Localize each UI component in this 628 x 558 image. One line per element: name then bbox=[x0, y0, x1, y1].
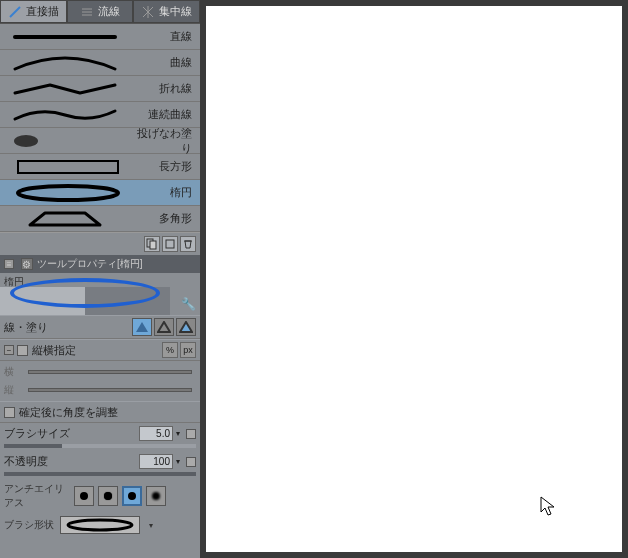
tool-preview-icon bbox=[0, 206, 130, 231]
opacity-slider[interactable] bbox=[4, 472, 196, 476]
pencil-line-icon bbox=[8, 5, 22, 19]
px-icon[interactable]: px bbox=[180, 342, 196, 358]
subtool-list: 直線 曲線 折れ線 連続曲線 投げなわ塗り 長方形 楕円 多角形 bbox=[0, 24, 200, 232]
tool-preview-icon bbox=[0, 180, 130, 205]
canvas[interactable] bbox=[206, 6, 622, 552]
tool-label: 楕円 bbox=[130, 185, 200, 200]
canvas-area bbox=[200, 0, 628, 558]
svg-line-0 bbox=[10, 7, 20, 17]
tool-preview-icon bbox=[0, 76, 130, 101]
line-fill-row: 線・塗り bbox=[0, 315, 200, 339]
angle-checkbox[interactable] bbox=[4, 407, 15, 418]
mode-both-icon[interactable] bbox=[176, 318, 196, 336]
tool-preview-icon bbox=[0, 50, 130, 75]
brush-shape-row: ブラシ形状 ▾ bbox=[0, 513, 200, 537]
aa-weak-icon[interactable] bbox=[98, 486, 118, 506]
opacity-input[interactable]: 100 bbox=[139, 454, 173, 469]
tab-label: 流線 bbox=[98, 4, 120, 19]
angle-after-row: 確定後に角度を調整 bbox=[0, 401, 200, 423]
mode-outline-icon[interactable] bbox=[154, 318, 174, 336]
aspect-width-label: 横 bbox=[4, 365, 24, 379]
aspect-height-label: 縦 bbox=[4, 383, 24, 397]
new-subtool-icon[interactable] bbox=[144, 236, 160, 252]
brush-size-row: ブラシサイズ 5.0 ▾ bbox=[0, 423, 200, 444]
aspect-height-slider bbox=[28, 388, 192, 392]
svg-point-11 bbox=[14, 135, 38, 147]
tool-label: 曲線 bbox=[130, 55, 200, 70]
tool-label: 連続曲線 bbox=[130, 107, 200, 122]
angle-label: 確定後に角度を調整 bbox=[19, 405, 196, 420]
svg-marker-14 bbox=[30, 213, 100, 225]
tool-label: 折れ線 bbox=[130, 81, 200, 96]
wrench-icon[interactable]: 🔧 bbox=[181, 297, 196, 311]
tool-ellipse[interactable]: 楕円 bbox=[0, 180, 200, 206]
aa-mid-icon[interactable] bbox=[122, 486, 142, 506]
mode-fill-icon[interactable] bbox=[132, 318, 152, 336]
burst-icon bbox=[141, 5, 155, 19]
svg-point-13 bbox=[18, 186, 118, 200]
tool-label: 投げなわ塗り bbox=[130, 126, 200, 156]
flowlines-icon bbox=[80, 5, 94, 19]
tab-direct-draw[interactable]: 直接描 bbox=[0, 0, 67, 23]
tool-polygon[interactable]: 多角形 bbox=[0, 206, 200, 232]
tool-label: 直線 bbox=[130, 29, 200, 44]
tool-preview-icon bbox=[0, 154, 130, 179]
ellipse-annotation-icon bbox=[10, 278, 160, 308]
dynamics-icon[interactable] bbox=[186, 457, 196, 467]
ratio-icon[interactable]: % bbox=[162, 342, 178, 358]
duplicate-subtool-icon[interactable] bbox=[162, 236, 178, 252]
svg-rect-16 bbox=[150, 241, 156, 249]
expand-icon[interactable]: − bbox=[4, 345, 14, 355]
opacity-row: 不透明度 100 ▾ bbox=[0, 451, 200, 472]
tool-line[interactable]: 直線 bbox=[0, 24, 200, 50]
chevron-down-icon[interactable]: ▾ bbox=[173, 429, 183, 438]
chevron-down-icon[interactable]: ▾ bbox=[146, 521, 156, 530]
brush-shape-label: ブラシ形状 bbox=[4, 518, 54, 532]
dynamics-icon[interactable] bbox=[186, 429, 196, 439]
tool-preview-icon bbox=[0, 128, 130, 153]
aa-none-icon[interactable] bbox=[74, 486, 94, 506]
aa-strong-icon[interactable] bbox=[146, 486, 166, 506]
tool-label: 多角形 bbox=[130, 211, 200, 226]
svg-line-5 bbox=[148, 7, 153, 12]
svg-point-18 bbox=[68, 520, 132, 530]
svg-rect-17 bbox=[166, 240, 174, 248]
brush-size-slider[interactable] bbox=[4, 444, 196, 448]
svg-line-4 bbox=[143, 7, 148, 12]
panel-menu-icon[interactable]: ≡ bbox=[4, 259, 14, 269]
top-tabs: 直接描 流線 集中線 bbox=[0, 0, 200, 24]
brush-size-input[interactable]: 5.0 bbox=[139, 426, 173, 441]
tool-lasso-fill[interactable]: 投げなわ塗り bbox=[0, 128, 200, 154]
tool-polyline[interactable]: 折れ線 bbox=[0, 76, 200, 102]
tool-preview-icon bbox=[0, 102, 130, 127]
svg-line-7 bbox=[148, 12, 153, 17]
delete-subtool-icon[interactable] bbox=[180, 236, 196, 252]
aspect-checkbox[interactable] bbox=[17, 345, 28, 356]
tool-curve[interactable]: 曲線 bbox=[0, 50, 200, 76]
brush-size-label: ブラシサイズ bbox=[4, 426, 74, 441]
subtool-action-bar bbox=[0, 232, 200, 255]
panel-title: ツールプロパティ[楕円] bbox=[37, 257, 143, 271]
aspect-width-slider bbox=[28, 370, 192, 374]
svg-rect-12 bbox=[18, 161, 118, 173]
opacity-label: 不透明度 bbox=[4, 454, 74, 469]
tab-label: 集中線 bbox=[159, 4, 192, 19]
tool-property-header: ≡ ⚙ ツールプロパティ[楕円] bbox=[0, 255, 200, 273]
antialias-row: アンチエイリアス bbox=[0, 479, 200, 513]
gear-icon[interactable]: ⚙ bbox=[21, 258, 33, 270]
aspect-row: − 縦横指定 % px bbox=[0, 339, 200, 361]
tab-focuslines[interactable]: 集中線 bbox=[133, 0, 200, 23]
tool-label: 長方形 bbox=[130, 159, 200, 174]
aspect-label: 縦横指定 bbox=[32, 343, 162, 358]
aspect-subgroup: 横 縦 bbox=[0, 361, 200, 401]
tool-preview-icon bbox=[0, 24, 130, 49]
chevron-down-icon[interactable]: ▾ bbox=[173, 457, 183, 466]
antialias-label: アンチエイリアス bbox=[4, 482, 70, 510]
tab-flowlines[interactable]: 流線 bbox=[67, 0, 134, 23]
tool-rectangle[interactable]: 長方形 bbox=[0, 154, 200, 180]
svg-line-6 bbox=[143, 12, 148, 17]
line-fill-label: 線・塗り bbox=[4, 320, 132, 335]
tool-continuous-curve[interactable]: 連続曲線 bbox=[0, 102, 200, 128]
tab-label: 直接描 bbox=[26, 4, 59, 19]
brush-shape-preview[interactable] bbox=[60, 516, 140, 534]
